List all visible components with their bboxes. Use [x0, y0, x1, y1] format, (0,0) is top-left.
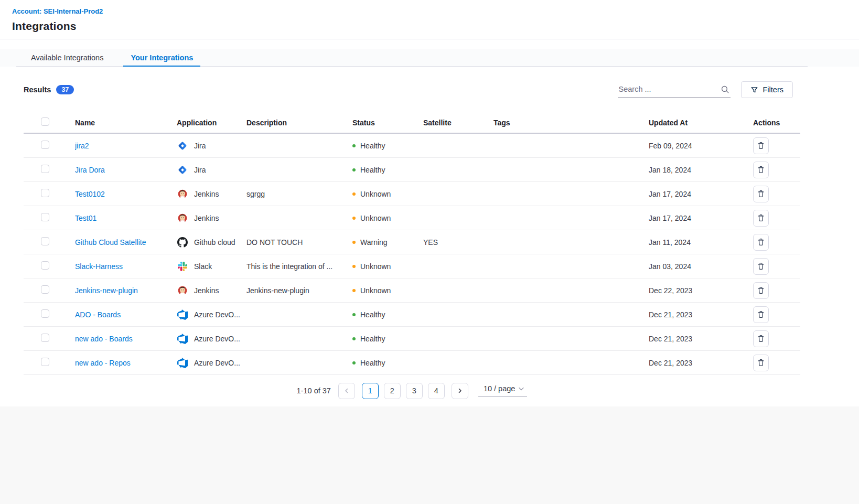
- updated-cell: Jan 03, 2024: [649, 262, 753, 271]
- description-cell: DO NOT TOUCH: [246, 238, 352, 246]
- integration-name-link[interactable]: Jira Dora: [75, 166, 105, 174]
- row-checkbox[interactable]: [41, 309, 49, 318]
- integration-name-link[interactable]: Jenkins-new-plugin: [75, 286, 138, 295]
- trash-icon: [757, 359, 765, 367]
- integrations-table: Name Application Description Status Sate…: [24, 112, 800, 375]
- tab-bar: Available Integrations Your Integrations: [0, 49, 859, 67]
- account-link[interactable]: Account: SEI-Internal-Prod2: [12, 7, 103, 15]
- search-box: [618, 82, 731, 98]
- previous-page-button[interactable]: [338, 383, 355, 399]
- table-row: Jenkins-new-plugin Jenkins Jenkins-new-p…: [24, 278, 800, 303]
- app-label: Azure DevO...: [194, 359, 240, 367]
- integrations-card: Results 37 Filters: [16, 81, 808, 406]
- chevron-down-icon: [519, 387, 524, 391]
- description-cell: sgrgg: [246, 190, 352, 198]
- azure-devops-icon: [177, 309, 188, 320]
- page-number-button[interactable]: 3: [406, 383, 423, 399]
- delete-button[interactable]: [753, 306, 769, 323]
- page-title: Integrations: [12, 20, 859, 33]
- updated-cell: Dec 21, 2023: [649, 335, 753, 343]
- column-header-status: Status: [352, 119, 423, 127]
- search-input[interactable]: [618, 82, 731, 98]
- page-number-button[interactable]: 2: [384, 383, 401, 399]
- integration-name-link[interactable]: Test0102: [75, 190, 105, 198]
- delete-button[interactable]: [753, 234, 769, 251]
- app-label: Jenkins: [194, 190, 219, 198]
- updated-cell: Dec 22, 2023: [649, 286, 753, 295]
- trash-icon: [757, 262, 765, 270]
- github-icon: [177, 237, 188, 248]
- row-checkbox[interactable]: [41, 358, 49, 366]
- jenkins-icon: [177, 189, 188, 199]
- description-cell: This is the integration of ...: [246, 262, 352, 271]
- status-dot: [352, 313, 356, 316]
- page-number-button[interactable]: 4: [428, 383, 445, 399]
- tab-available-integrations[interactable]: Available Integrations: [24, 49, 111, 66]
- integration-name-link[interactable]: ADO - Boards: [75, 310, 121, 319]
- app-label: Slack: [194, 262, 212, 271]
- delete-button[interactable]: [753, 355, 769, 371]
- azure-devops-icon: [177, 334, 188, 344]
- delete-button[interactable]: [753, 330, 769, 347]
- integration-name-link[interactable]: jira2: [75, 142, 89, 150]
- column-header-application: Application: [177, 119, 246, 127]
- page-header: Account: SEI-Internal-Prod2 Integrations: [0, 0, 859, 39]
- delete-button[interactable]: [753, 258, 769, 275]
- row-checkbox[interactable]: [41, 165, 49, 173]
- status-label: Healthy: [360, 166, 385, 174]
- page-number-button[interactable]: 1: [362, 383, 379, 399]
- delete-button[interactable]: [753, 210, 769, 227]
- table-row: new ado - Repos Azure DevO... Healthy: [24, 351, 800, 375]
- filter-funnel-icon: [750, 86, 758, 94]
- table-row: Jira Dora Jira Healthy Jan: [24, 158, 800, 182]
- results-count-badge: 37: [56, 85, 74, 95]
- select-all-checkbox[interactable]: [41, 117, 49, 126]
- row-checkbox[interactable]: [41, 237, 49, 245]
- delete-button[interactable]: [753, 162, 769, 178]
- table-row: Test01 Jenkins Unknown Jan: [24, 206, 800, 230]
- search-icon[interactable]: [721, 85, 729, 95]
- row-checkbox[interactable]: [41, 285, 49, 294]
- table-header-row: Name Application Description Status Sate…: [24, 112, 800, 134]
- filters-button[interactable]: Filters: [741, 81, 793, 98]
- row-checkbox[interactable]: [41, 334, 49, 342]
- page-size-select[interactable]: 10 / page: [478, 384, 527, 397]
- chevron-left-icon: [343, 388, 350, 394]
- tab-spacer: [0, 39, 859, 49]
- row-checkbox[interactable]: [41, 213, 49, 221]
- app-label: Jira: [194, 166, 206, 174]
- updated-cell: Dec 21, 2023: [649, 310, 753, 319]
- status-label: Unknown: [360, 262, 391, 271]
- delete-button[interactable]: [753, 282, 769, 299]
- column-header-updated-at: Updated At: [649, 119, 753, 127]
- trash-icon: [757, 142, 765, 149]
- integration-name-link[interactable]: Github Cloud Satellite: [75, 238, 146, 246]
- trash-icon: [757, 238, 765, 246]
- delete-button[interactable]: [753, 137, 769, 154]
- app-label: Jenkins: [194, 286, 219, 295]
- integrations-page: Account: SEI-Internal-Prod2 Integrations…: [0, 0, 859, 406]
- integration-name-link[interactable]: Test01: [75, 214, 96, 222]
- status-label: Healthy: [360, 335, 385, 343]
- description-cell: Jenkins-new-plugin: [246, 286, 352, 295]
- status-label: Healthy: [360, 359, 385, 367]
- integration-name-link[interactable]: Slack-Harness: [75, 262, 123, 271]
- jenkins-icon: [177, 285, 188, 296]
- app-label: Jenkins: [194, 214, 219, 222]
- table-row: ADO - Boards Azure DevO... Healthy: [24, 303, 800, 327]
- next-page-button[interactable]: [452, 383, 468, 399]
- app-label: Jira: [194, 142, 206, 150]
- integration-name-link[interactable]: new ado - Boards: [75, 335, 133, 343]
- row-checkbox[interactable]: [41, 141, 49, 149]
- status-label: Unknown: [360, 286, 391, 295]
- integration-name-link[interactable]: new ado - Repos: [75, 359, 131, 367]
- tab-your-integrations[interactable]: Your Integrations: [123, 49, 200, 66]
- page-background: [0, 406, 859, 504]
- page-buttons: 1234: [362, 383, 445, 399]
- trash-icon: [757, 190, 765, 198]
- table-row: Github Cloud Satellite Github cloud DO N…: [24, 230, 800, 254]
- status-label: Healthy: [360, 142, 385, 150]
- row-checkbox[interactable]: [41, 189, 49, 197]
- row-checkbox[interactable]: [41, 261, 49, 270]
- delete-button[interactable]: [753, 186, 769, 202]
